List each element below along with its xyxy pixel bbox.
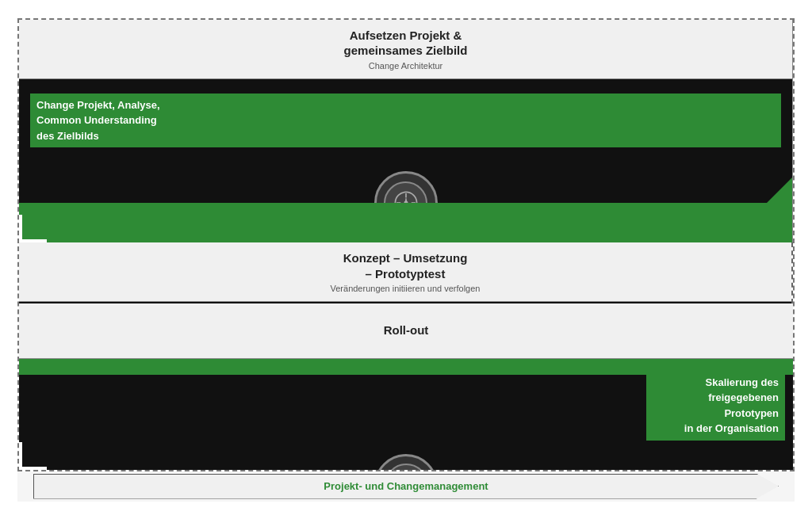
columns-wrapper: Aufsetzen Projekt & gemeinsames Zielbild… [17,18,795,471]
column-2: Konzept – Umsetzung – Prototyptest Verän… [19,242,793,303]
col3-header: Roll-out [19,303,793,359]
col1-triangle [767,177,792,203]
col2-header-subtitle: Veränderungen initiieren und verfolgen [331,284,481,293]
col1-header-title: Aufsetzen Projekt & gemeinsames Zielbild [344,28,468,59]
col3-green-label: Skalierung des freigegebenen Prototypen … [646,371,785,441]
col3-body: Skalierung des freigegebenen Prototypen … [19,359,793,470]
col3-header-title: Roll-out [384,322,429,338]
col1-text-area: Change Projekt, Analyse, Common Understa… [19,79,792,156]
col1-green-label: Change Projekt, Analyse, Common Understa… [30,93,781,148]
col2-header: Konzept – Umsetzung – Prototyptest Verän… [19,242,791,302]
col1-bottom-bar [19,203,792,242]
col2-header-title: Konzept – Umsetzung – Prototyptest [343,250,468,281]
col1-bracket [19,215,47,242]
column-1: Aufsetzen Projekt & gemeinsames Zielbild… [19,20,793,243]
col3-circle-outer [374,454,438,470]
col3-circle-area [374,454,438,470]
main-container: Aufsetzen Projekt & gemeinsames Zielbild… [17,18,795,502]
bottom-bar-label: Projekt- und Changemanagement [324,480,488,492]
col3-green-bar [19,359,793,375]
col1-header-subtitle: Change Architektur [369,61,443,71]
column-3: Roll-out Skalierung des freigegebenen Pr… [19,303,793,470]
col1-body: Change Projekt, Analyse, Common Understa… [19,79,792,243]
col1-header: Aufsetzen Projekt & gemeinsames Zielbild… [19,20,792,79]
bottom-arrow: Projekt- und Changemanagement [33,474,779,499]
col3-bracket [19,442,47,470]
col3-circle-inner [385,464,428,470]
col2-body: Hybride / Agile Implementation [19,302,791,303]
bottom-bar: Projekt- und Changemanagement [17,471,795,502]
